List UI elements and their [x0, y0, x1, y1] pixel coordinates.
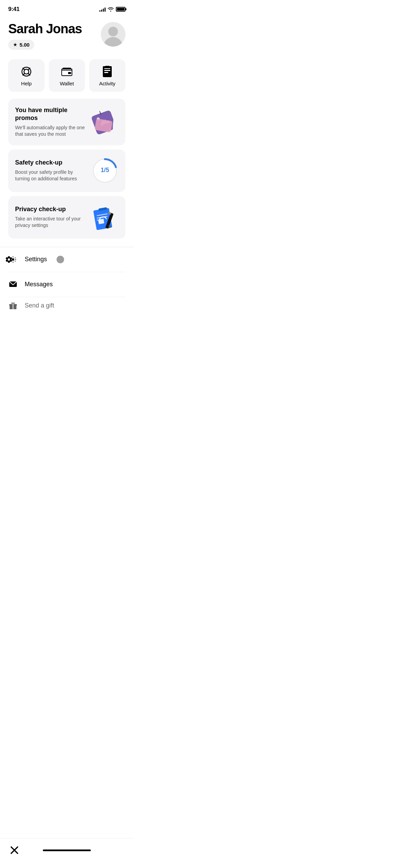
svg-point-0	[104, 37, 123, 47]
battery-icon	[116, 7, 125, 12]
signal-icon	[99, 7, 106, 12]
safety-card-subtitle: Boost your safety profile by turning on …	[15, 169, 86, 182]
cards-section: You have multiple promos We'll automatic…	[0, 96, 134, 241]
svg-rect-9	[68, 72, 71, 74]
gear-icon	[8, 255, 18, 264]
send-gift-label: Send a gift	[25, 302, 54, 309]
svg-rect-13	[104, 72, 108, 73]
privacy-card-text: Privacy check-up Take an interactive tou…	[15, 205, 91, 229]
safety-card-text: Safety check-up Boost your safety profil…	[15, 159, 91, 182]
header-left: Sarah Jonas ★ 5.00	[8, 22, 82, 50]
user-name: Sarah Jonas	[8, 22, 82, 36]
menu-section: Settings Messages Send a gift	[0, 247, 134, 314]
avatar[interactable]	[101, 22, 125, 47]
send-gift-menu-item[interactable]: Send a gift	[8, 297, 125, 314]
wallet-icon	[61, 66, 72, 77]
privacy-card-subtitle: Take an interactive tour of your privacy…	[15, 216, 86, 229]
wallet-action[interactable]: Wallet	[49, 59, 85, 92]
svg-text:1/5: 1/5	[101, 167, 109, 173]
wifi-icon	[108, 7, 114, 12]
status-icons	[99, 7, 125, 12]
activity-label: Activity	[99, 81, 116, 86]
privacy-icon	[91, 204, 119, 231]
safety-icon: 1/5	[91, 157, 119, 184]
help-label: Help	[21, 81, 32, 86]
settings-menu-item[interactable]: Settings	[8, 247, 125, 272]
status-bar: 9:41	[0, 0, 134, 16]
quick-actions: Help Wallet Activity	[0, 52, 134, 96]
header: Sarah Jonas ★ 5.00	[0, 16, 134, 52]
avatar-silhouette	[101, 22, 125, 47]
promos-card-title: You have multiple promos	[15, 106, 86, 122]
rating-badge: ★ 5.00	[8, 40, 34, 50]
settings-badge	[57, 256, 64, 263]
settings-label: Settings	[25, 256, 47, 263]
messages-label: Messages	[25, 281, 53, 288]
wallet-label: Wallet	[60, 81, 74, 86]
promos-card[interactable]: You have multiple promos We'll automatic…	[8, 99, 125, 145]
promo-tag-icon: % o o	[91, 108, 119, 136]
promos-card-subtitle: We'll automatically apply the one that s…	[15, 124, 86, 138]
activity-action[interactable]: Activity	[89, 59, 125, 92]
privacy-card-title: Privacy check-up	[15, 205, 86, 213]
privacy-card[interactable]: Privacy check-up Take an interactive tou…	[8, 196, 125, 239]
star-icon: ★	[13, 42, 17, 47]
svg-point-1	[108, 27, 118, 36]
help-icon	[21, 66, 32, 77]
svg-rect-12	[104, 70, 110, 71]
gift-icon	[8, 301, 18, 311]
safety-card[interactable]: Safety check-up Boost your safety profil…	[8, 149, 125, 192]
svg-rect-15	[105, 66, 109, 67]
rating-value: 5.00	[20, 42, 29, 48]
safety-card-title: Safety check-up	[15, 159, 86, 167]
activity-icon	[102, 66, 113, 77]
messages-icon	[8, 280, 18, 289]
messages-menu-item[interactable]: Messages	[8, 272, 125, 297]
promos-card-text: You have multiple promos We'll automatic…	[15, 106, 91, 138]
help-action[interactable]: Help	[8, 59, 45, 92]
status-time: 9:41	[8, 6, 20, 13]
svg-point-3	[24, 69, 29, 74]
